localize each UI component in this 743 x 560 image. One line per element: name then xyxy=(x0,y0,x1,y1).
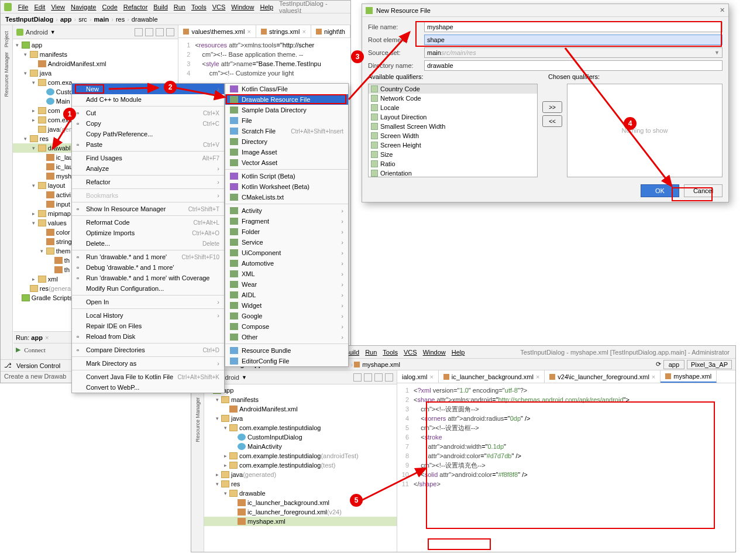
qualifier-item[interactable]: Orientation xyxy=(369,169,537,177)
context-item[interactable]: Reformat CodeCtrl+Alt+L xyxy=(72,217,224,228)
sync-icon[interactable]: ⟳ xyxy=(656,360,661,368)
directory-input[interactable] xyxy=(424,60,723,71)
menu-tools[interactable]: Tools xyxy=(188,4,209,11)
submenu-item[interactable]: AIDL› xyxy=(225,290,348,300)
close-icon[interactable]: × xyxy=(302,28,305,35)
close-icon[interactable]: × xyxy=(247,28,250,35)
context-item[interactable]: Add C++ to Module xyxy=(72,94,224,105)
submenu-item[interactable]: Other› xyxy=(225,332,348,342)
menu-help[interactable]: Help xyxy=(257,4,276,11)
submenu-item[interactable]: Service› xyxy=(225,237,348,248)
menu-navigate[interactable]: Navigate xyxy=(68,4,99,11)
context-item[interactable]: Repair IDE on Files xyxy=(72,321,224,331)
context-item[interactable]: Optimize ImportsCtrl+Alt+O xyxy=(72,228,224,238)
cancel-button[interactable]: Cancel xyxy=(684,184,723,197)
rail-resource-manager[interactable]: Resource Manager xyxy=(195,395,201,445)
crumb[interactable]: main xyxy=(93,16,111,23)
tree-row[interactable]: ▾drawable xyxy=(204,489,397,498)
context-item[interactable]: ▫Run 'drawable.* and 1 more' with Covera… xyxy=(72,273,224,283)
qualifier-item[interactable]: Locale xyxy=(369,103,537,112)
context-item[interactable]: Convert to WebP... xyxy=(72,382,224,393)
submenu-item[interactable]: Kotlin Class/File xyxy=(225,84,348,94)
submenu-item[interactable]: Directory xyxy=(225,136,348,147)
expand-icon[interactable] xyxy=(374,373,383,382)
qualifier-item[interactable]: Size xyxy=(369,150,537,159)
close-icon[interactable]: × xyxy=(652,373,655,380)
tree-row[interactable]: ic_launcher_background.xml xyxy=(204,498,397,507)
context-item[interactable]: ▫Compare DirectoriesCtrl+D xyxy=(72,345,224,355)
submenu-item[interactable]: Widget› xyxy=(225,300,348,311)
context-menu[interactable]: NewAdd C++ to Module▫CutCtrl+X▫CopyCtrl+… xyxy=(71,83,225,393)
qualifier-item[interactable]: Screen Width xyxy=(369,131,537,140)
qualifier-item[interactable]: Country Code xyxy=(369,84,537,94)
context-item[interactable]: ▫CopyCtrl+C xyxy=(72,118,224,129)
submenu-item[interactable]: Compose› xyxy=(225,321,348,332)
new-submenu[interactable]: Kotlin Class/FileDrawable Resource FileS… xyxy=(225,83,349,367)
menu-window[interactable]: Window xyxy=(228,4,257,11)
submenu-item[interactable]: XML› xyxy=(225,269,348,279)
tree-row[interactable]: ic_launcher_foreground.xml (v24) xyxy=(204,507,397,517)
qualifier-item[interactable]: Ratio xyxy=(369,159,537,169)
menu-window[interactable]: Window xyxy=(420,349,449,356)
pane-view[interactable]: Android xyxy=(26,29,48,36)
rail-resource-manager[interactable]: Resource Manager xyxy=(4,50,9,99)
submenu-item[interactable]: Resource Bundle xyxy=(225,345,348,356)
context-item[interactable]: Find UsagesAlt+F7 xyxy=(72,153,224,163)
device-selector[interactable]: Pixel_3a_AP xyxy=(687,360,732,369)
context-item[interactable]: Copy Path/Reference... xyxy=(72,129,224,139)
tree-row[interactable]: AndroidManifest.xml xyxy=(13,59,178,68)
tree-row[interactable]: ▾app xyxy=(204,386,397,395)
tab[interactable]: ic_launcher_background.xml× xyxy=(439,370,545,383)
hide-icon[interactable] xyxy=(166,28,174,36)
submenu-item[interactable]: Wear› xyxy=(225,279,348,290)
context-item[interactable]: Refactor xyxy=(72,177,224,187)
menu-file[interactable]: File xyxy=(15,4,32,11)
submenu-item[interactable]: CMakeLists.txt xyxy=(225,192,348,202)
submenu-item[interactable]: Kotlin Worksheet (Beta) xyxy=(225,181,348,192)
tree-row[interactable]: CustomInputDialog xyxy=(204,432,397,442)
crumb[interactable]: myshape.xml xyxy=(361,361,401,368)
rail-project[interactable]: Project xyxy=(4,29,9,50)
version-control[interactable]: Version Control xyxy=(16,362,60,369)
menu-vcs[interactable]: VCS xyxy=(209,4,229,11)
crumb[interactable]: app xyxy=(59,16,73,23)
context-item[interactable]: Local History xyxy=(72,310,224,321)
close-icon[interactable]: × xyxy=(429,373,433,380)
play-icon[interactable]: ▶ xyxy=(16,346,20,353)
tab[interactable]: ialog.xml× xyxy=(397,370,439,383)
context-item[interactable]: ▫Reload from Disk xyxy=(72,331,224,342)
gear-icon[interactable] xyxy=(353,373,362,382)
menu-build[interactable]: Build xyxy=(150,4,170,11)
tree-row[interactable]: ▸java (generated) xyxy=(204,470,397,479)
menu-vcs[interactable]: VCS xyxy=(401,349,420,356)
submenu-item[interactable]: Drawable Resource File xyxy=(225,94,348,105)
tree-row[interactable]: ▾com.example.testinputdialog xyxy=(204,423,397,432)
root-element-input[interactable] xyxy=(424,35,723,45)
tree-row[interactable]: myshape.xml xyxy=(204,517,397,526)
menu-code[interactable]: Code xyxy=(99,4,120,11)
context-item[interactable]: ▫Run 'drawable.* and 1 more'Ctrl+Shift+F… xyxy=(72,252,224,262)
tree-row[interactable]: ▸com.example.testinputdialog (test) xyxy=(204,461,397,470)
file-name-input[interactable] xyxy=(424,22,723,32)
tab[interactable]: strings.xml× xyxy=(256,25,311,37)
context-item[interactable]: Modify Run Configuration... xyxy=(72,283,224,294)
qualifier-item[interactable]: Network Code xyxy=(369,94,537,103)
code-editor[interactable]: 1<?xml version="1.0" encoding="utf-8"?>2… xyxy=(397,383,735,491)
collapse-icon[interactable] xyxy=(145,28,153,36)
context-item[interactable]: Open In xyxy=(72,297,224,307)
menu-run[interactable]: Run xyxy=(362,349,380,356)
expand-icon[interactable] xyxy=(156,28,164,36)
chosen-qualifiers-list[interactable]: Nothing to show xyxy=(567,84,723,177)
crumb[interactable]: drawable xyxy=(130,16,159,23)
tab[interactable]: values\themes.xml× xyxy=(178,25,256,37)
context-item[interactable]: ▫Debug 'drawable.* and 1 more' xyxy=(72,262,224,273)
submenu-item[interactable]: EditorConfig File xyxy=(225,356,348,366)
tree-row[interactable]: ▾manifests xyxy=(13,50,178,59)
menu-refactor[interactable]: Refactor xyxy=(121,4,151,11)
tree-row[interactable]: ▾res xyxy=(204,479,397,489)
submenu-item[interactable]: UiComponent› xyxy=(225,248,348,258)
submenu-item[interactable]: Folder› xyxy=(225,226,348,237)
menu-edit[interactable]: Edit xyxy=(31,4,48,11)
context-item[interactable]: Delete...Delete xyxy=(72,238,224,249)
menu-tools[interactable]: Tools xyxy=(380,349,401,356)
